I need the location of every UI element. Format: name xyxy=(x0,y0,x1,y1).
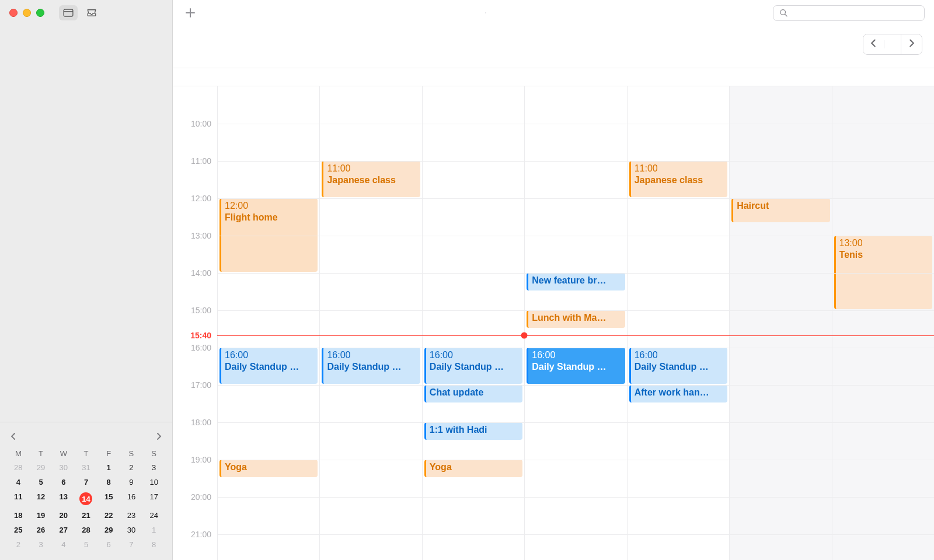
mini-day-cell[interactable]: 12 xyxy=(30,491,53,507)
mini-day-cell[interactable]: 20 xyxy=(52,509,75,522)
calendar-event[interactable]: 1:1 with Hadi xyxy=(424,422,522,440)
mini-next-button[interactable] xyxy=(154,430,164,443)
mini-day-cell[interactable]: 28 xyxy=(75,524,97,536)
calendar-event[interactable]: 16:00Daily Standup … xyxy=(424,348,522,384)
calendar-event[interactable]: 16:00Daily Standup … xyxy=(527,348,625,384)
mini-day-cell[interactable]: 5 xyxy=(30,476,53,488)
mini-day-cell[interactable]: 24 xyxy=(142,509,165,522)
day-column[interactable]: New feature br…Lunch with Ma…16:00Daily … xyxy=(524,86,626,560)
minimize-window-button[interactable] xyxy=(23,9,31,17)
hour-label: 10:00 xyxy=(191,119,211,128)
day-column[interactable]: Haircut xyxy=(729,86,831,560)
mini-day-cell[interactable]: 11 xyxy=(7,491,30,507)
mini-day-cell[interactable]: 26 xyxy=(30,524,53,536)
mini-day-cell[interactable]: 9 xyxy=(120,476,143,488)
mini-day-cell[interactable]: 4 xyxy=(7,476,30,488)
hour-label: 16:00 xyxy=(191,343,211,352)
calendar-event[interactable]: After work han… xyxy=(629,385,727,402)
mini-day-cell[interactable]: 2 xyxy=(7,538,30,551)
mini-day-cell[interactable]: 6 xyxy=(52,476,75,488)
search-input[interactable] xyxy=(792,8,918,18)
mini-day-cell[interactable]: 3 xyxy=(142,461,165,474)
today-button[interactable] xyxy=(884,40,901,48)
day-column[interactable]: 11:00Japanese class16:00Daily Standup …A… xyxy=(627,86,729,560)
mini-prev-button[interactable] xyxy=(8,430,19,443)
calendar-event[interactable]: 16:00Daily Standup … xyxy=(219,348,318,384)
next-week-button[interactable] xyxy=(901,34,922,54)
calendar-event[interactable]: 11:00Japanese class xyxy=(322,161,420,197)
mini-day-cell[interactable]: 6 xyxy=(97,538,120,551)
hour-label: 12:00 xyxy=(191,194,211,203)
hour-label: 20:00 xyxy=(191,492,211,502)
chevron-left-icon xyxy=(11,433,16,440)
mini-day-cell[interactable]: 3 xyxy=(30,538,53,551)
mini-day-cell[interactable]: 31 xyxy=(75,461,97,474)
mini-day-head: F xyxy=(97,449,120,459)
hour-label: 17:00 xyxy=(191,380,211,390)
mini-day-cell[interactable]: 8 xyxy=(142,538,165,551)
week-nav xyxy=(863,34,922,55)
mini-day-head: W xyxy=(52,449,75,459)
calendar-event[interactable]: Haircut xyxy=(731,198,830,222)
mini-day-cell[interactable]: 17 xyxy=(142,491,165,507)
mini-day-cell[interactable]: 22 xyxy=(97,509,120,522)
mini-day-cell[interactable]: 5 xyxy=(75,538,97,551)
calendar-event[interactable]: 11:00Japanese class xyxy=(629,161,727,197)
fullscreen-window-button[interactable] xyxy=(36,9,44,17)
mini-day-cell[interactable]: 8 xyxy=(97,476,120,488)
mini-day-cell[interactable]: 25 xyxy=(7,524,30,536)
mini-day-cell[interactable]: 4 xyxy=(52,538,75,551)
hour-label: 18:00 xyxy=(191,418,211,427)
toolbar xyxy=(173,0,934,26)
mini-day-cell[interactable]: 23 xyxy=(120,509,143,522)
day-column[interactable]: 11:00Japanese class16:00Daily Standup … xyxy=(319,86,421,560)
mini-day-cell[interactable]: 29 xyxy=(97,524,120,536)
mini-day-cell[interactable]: 27 xyxy=(52,524,75,536)
svg-rect-0 xyxy=(64,9,73,16)
svg-line-3 xyxy=(785,14,787,16)
mini-day-head: M xyxy=(7,449,30,459)
inbox-button[interactable] xyxy=(82,5,101,20)
calendar-event[interactable]: New feature br… xyxy=(527,273,625,290)
mini-day-cell[interactable]: 21 xyxy=(75,509,97,522)
day-column[interactable]: 13:00Tenis xyxy=(832,86,934,560)
mini-day-cell[interactable]: 13 xyxy=(52,491,75,507)
calendar-event[interactable]: 13:00Tenis xyxy=(834,236,932,309)
mini-day-cell[interactable]: 19 xyxy=(30,509,53,522)
calendar-event[interactable]: Lunch with Ma… xyxy=(527,310,625,328)
calendars-toggle-button[interactable] xyxy=(59,5,78,20)
hour-label: 19:00 xyxy=(191,455,211,464)
mini-day-cell[interactable]: 2 xyxy=(120,461,143,474)
calendar-event[interactable]: 12:00Flight home xyxy=(219,198,318,272)
calendar-event[interactable]: Yoga xyxy=(424,460,522,477)
calendar-event[interactable]: 16:00Daily Standup … xyxy=(322,348,420,384)
mini-day-cell[interactable]: 18 xyxy=(7,509,30,522)
day-column[interactable]: 12:00Flight home16:00Daily Standup …Yoga xyxy=(217,86,319,560)
mini-day-cell[interactable]: 16 xyxy=(120,491,143,507)
mini-day-cell[interactable]: 29 xyxy=(30,461,53,474)
calendar-event[interactable]: Yoga xyxy=(219,460,318,477)
mini-day-cell[interactable]: 15 xyxy=(97,491,120,507)
tray-icon xyxy=(86,8,97,18)
prev-week-button[interactable] xyxy=(863,34,884,54)
day-column[interactable]: 16:00Daily Standup …Chat update1:1 with … xyxy=(422,86,524,560)
mini-day-cell[interactable]: 7 xyxy=(75,476,97,488)
mini-day-cell[interactable]: 1 xyxy=(142,524,165,536)
mini-day-cell[interactable]: 14 xyxy=(75,491,97,507)
mini-day-cell[interactable]: 28 xyxy=(7,461,30,474)
calendar-event[interactable]: Chat update xyxy=(424,385,522,402)
mini-day-cell[interactable]: 30 xyxy=(120,524,143,536)
plus-icon xyxy=(185,8,196,18)
search-icon xyxy=(779,8,787,18)
mini-day-cell[interactable]: 30 xyxy=(52,461,75,474)
hour-label: 11:00 xyxy=(191,156,211,166)
mini-day-head: S xyxy=(120,449,143,459)
close-window-button[interactable] xyxy=(9,9,18,17)
mini-day-cell[interactable]: 7 xyxy=(120,538,143,551)
chevron-right-icon xyxy=(908,39,915,47)
mini-day-cell[interactable]: 10 xyxy=(142,476,165,488)
calendar-event[interactable]: 16:00Daily Standup … xyxy=(629,348,727,384)
add-event-button[interactable] xyxy=(182,5,198,21)
search-field[interactable] xyxy=(773,5,925,21)
mini-day-cell[interactable]: 1 xyxy=(97,461,120,474)
